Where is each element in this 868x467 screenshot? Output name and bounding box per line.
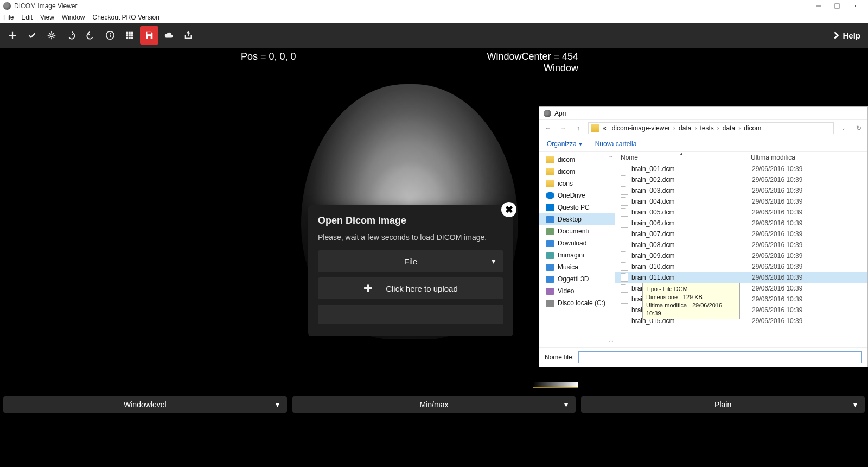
tree-item[interactable]: Immagini (546, 249, 615, 261)
upload-button[interactable]: ✚ Click here to upload (318, 277, 503, 299)
pc-icon (546, 204, 554, 211)
maximize-button[interactable] (828, 0, 846, 12)
tree-item[interactable]: Download (546, 237, 615, 249)
tree-item[interactable]: Musica (546, 261, 615, 273)
overlay-window-center: WindowCenter = 454 (487, 51, 578, 62)
library-icon (546, 276, 554, 283)
tree-item[interactable]: dicom (546, 154, 615, 166)
tree-item[interactable]: Oggetti 3D (546, 273, 615, 285)
tree-scroll-down[interactable]: ﹀ (609, 339, 614, 346)
file-row[interactable]: brain_011.dcm29/06/2016 10:39 (615, 272, 867, 283)
tree-item[interactable]: Documenti (546, 225, 615, 237)
crumb-0[interactable]: dicom-image-viewer (610, 124, 672, 132)
file-name: brain_010.dcm (631, 263, 752, 270)
minimize-button[interactable] (809, 0, 828, 12)
file-icon (621, 208, 628, 217)
menu-checkout-pro[interactable]: Checkout PRO Version (93, 14, 159, 21)
file-row[interactable]: brain_003.dcm29/06/2016 10:39 (615, 185, 867, 196)
file-row[interactable]: brain_004.dcm29/06/2016 10:39 (615, 196, 867, 207)
nav-forward-button[interactable]: → (558, 123, 569, 134)
menu-edit[interactable]: Edit (21, 14, 33, 21)
modal-close-button[interactable]: ✖ (501, 202, 516, 217)
file-row[interactable]: brain_001.dcm29/06/2016 10:39 (615, 163, 867, 174)
file-name: brain_005.dcm (631, 209, 752, 216)
tree-item[interactable]: Questo PC (546, 201, 615, 213)
tree-item[interactable]: Video (546, 285, 615, 297)
folder-icon (546, 180, 554, 187)
file-type-select[interactable]: File ▾ (318, 250, 503, 272)
crumb-1[interactable]: data (676, 124, 693, 132)
file-row[interactable]: brain_008.dcm29/06/2016 10:39 (615, 239, 867, 250)
viewer-area: Pos = 0, 0, 0 WindowCenter = 454 Window … (0, 48, 868, 413)
modal-message: Please, wait a few seconds to load DICOM… (318, 233, 503, 242)
tree-item[interactable]: OneDrive (546, 190, 615, 201)
new-folder-button[interactable]: Nuova cartella (595, 140, 637, 148)
file-row[interactable]: brain_005.dcm29/06/2016 10:39 (615, 207, 867, 218)
select-minmax-label: Min/max (420, 400, 449, 409)
svg-rect-15 (129, 37, 131, 39)
crumb-4[interactable]: dicom (742, 124, 763, 132)
file-row[interactable]: brain_009.dcm29/06/2016 10:39 (615, 250, 867, 261)
organize-button[interactable]: Organizza▾ (547, 140, 582, 148)
crumb-2[interactable]: tests (698, 124, 716, 132)
file-name: brain_008.dcm (631, 241, 752, 249)
cloud-button[interactable] (159, 26, 178, 45)
library-icon (546, 288, 554, 295)
redo-button[interactable] (81, 26, 100, 45)
help-button[interactable]: Help (833, 31, 860, 40)
nav-up-button[interactable]: ↑ (573, 123, 584, 134)
nav-back-button[interactable]: ← (542, 123, 553, 134)
crumb-3[interactable]: data (720, 124, 737, 132)
svg-rect-10 (131, 32, 133, 34)
file-date: 29/06/2016 10:39 (752, 187, 802, 194)
file-row[interactable]: brain_006.dcm29/06/2016 10:39 (615, 218, 867, 229)
file-icon (621, 230, 628, 238)
col-modified[interactable]: Ultima modifica (751, 154, 795, 161)
check-button[interactable] (23, 26, 41, 45)
file-row[interactable]: brain_010.dcm29/06/2016 10:39 (615, 261, 867, 272)
info-button[interactable] (101, 26, 119, 45)
select-minmax[interactable]: Min/max▾ (292, 396, 576, 413)
menu-window[interactable]: Window (62, 14, 85, 21)
file-row[interactable]: brain_002.dcm29/06/2016 10:39 (615, 174, 867, 185)
tree-item[interactable]: icons (546, 178, 615, 190)
add-button[interactable] (3, 26, 22, 45)
refresh-button[interactable]: ↻ (853, 123, 864, 134)
path-dropdown[interactable]: ⌄ (838, 123, 849, 134)
undo-button[interactable] (62, 26, 80, 45)
file-icon (621, 273, 628, 282)
file-icon (621, 219, 628, 228)
folder-icon (546, 156, 554, 163)
menu-view[interactable]: View (40, 14, 54, 21)
file-icon (621, 241, 628, 249)
file-icon (621, 197, 628, 206)
select-plain[interactable]: Plain▾ (581, 396, 865, 413)
file-date: 29/06/2016 10:39 (752, 165, 802, 173)
save-button[interactable] (140, 26, 158, 45)
tree-item[interactable]: Desktop (539, 213, 615, 225)
tree-item[interactable]: Disco locale (C:) (546, 297, 615, 309)
folder-tree[interactable]: ︿ ﹀ dicomdicomiconsOneDriveQuesto PCDesk… (539, 152, 615, 347)
tree-scroll-up[interactable]: ︿ (609, 153, 614, 160)
svg-rect-16 (131, 37, 133, 39)
select-windowlevel[interactable]: Windowlevel▾ (3, 396, 287, 413)
breadcrumb[interactable]: « dicom-image-viewer› data› tests› data›… (588, 122, 834, 134)
grid-button[interactable] (120, 26, 139, 45)
file-date: 29/06/2016 10:39 (752, 230, 802, 238)
upload-progress (318, 305, 503, 324)
tree-item[interactable]: dicom (546, 166, 615, 178)
chevron-down-icon: ▾ (564, 400, 568, 409)
file-row[interactable]: brain_29/06/2016 10:39Tipo - File DCMDim… (615, 283, 867, 294)
file-name: brain_002.dcm (631, 176, 752, 184)
menu-file[interactable]: File (3, 14, 14, 21)
organize-label: Organizza (547, 140, 577, 148)
filename-input[interactable] (578, 351, 862, 363)
file-row[interactable]: brain_007.dcm29/06/2016 10:39 (615, 229, 867, 239)
close-button[interactable] (846, 0, 865, 12)
settings-button[interactable] (42, 26, 61, 45)
svg-point-4 (50, 34, 53, 36)
folder-icon (546, 168, 554, 175)
file-list-header[interactable]: ▴ Nome Ultima modifica (615, 152, 867, 163)
export-button[interactable] (179, 26, 197, 45)
col-name[interactable]: Nome (621, 154, 751, 161)
